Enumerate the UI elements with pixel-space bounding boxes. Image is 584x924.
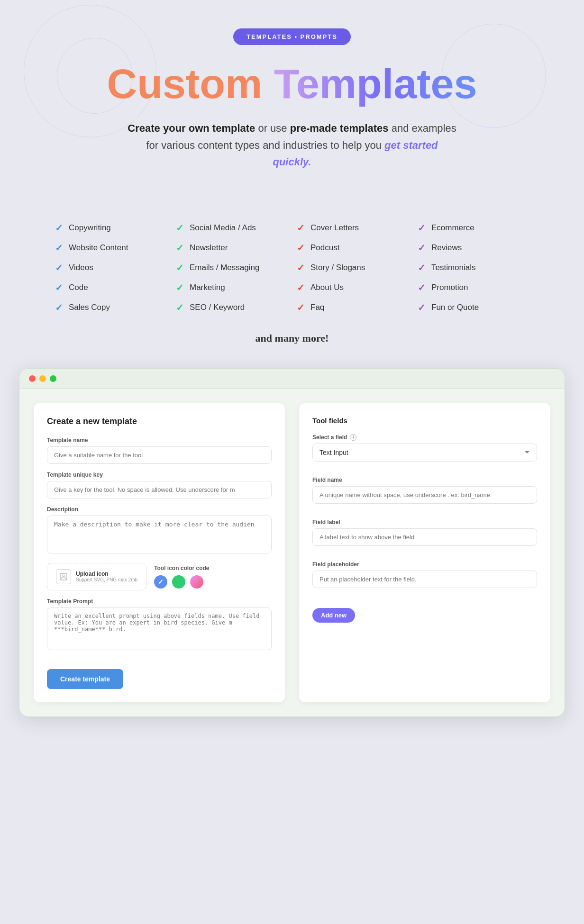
list-item: ✓ Newsletter: [176, 242, 287, 254]
feature-label: Ecommerce: [431, 223, 474, 233]
checkmark-icon: ✓: [55, 262, 63, 273]
template-name-input[interactable]: [47, 446, 272, 464]
color-dot-blue[interactable]: [154, 575, 167, 589]
feature-label: SEO / Keyword: [190, 303, 245, 312]
checkmark-icon: ✓: [55, 282, 63, 293]
list-item: ✓ Copywriting: [55, 222, 166, 234]
feature-label: Videos: [69, 263, 93, 272]
checkmark-icon: ✓: [418, 302, 426, 313]
feature-label: Copywriting: [69, 223, 111, 233]
list-item: ✓ Marketing: [176, 282, 287, 293]
checkmark-icon: ✓: [418, 222, 426, 234]
title-word1: Custom: [107, 60, 263, 107]
upload-text-group: Upload icon Support SVG, PNG max 2mb: [76, 571, 137, 582]
window-close-dot[interactable]: [29, 375, 36, 382]
color-label: Tool icon color code: [154, 565, 272, 571]
checkmark-icon: ✓: [418, 282, 426, 293]
checkmark-icon: ✓: [297, 282, 305, 293]
description-label: Description: [47, 506, 272, 513]
create-template-button[interactable]: Create template: [47, 669, 123, 689]
subtitle-part1: Create your own template: [128, 122, 255, 134]
subtitle-part2: or use: [255, 122, 290, 134]
feature-label: Faq: [310, 303, 324, 312]
badge: TEMPLATES • PROMPTS: [233, 28, 351, 45]
list-item: ✓ Fun or Quote: [418, 302, 529, 313]
list-item: ✓ Reviews: [418, 242, 529, 254]
upload-icon-subtext: Support SVG, PNG max 2mb: [76, 577, 137, 582]
and-more-text: and many more!: [0, 332, 584, 344]
list-item: ✓ About Us: [297, 282, 408, 293]
checkmark-icon: ✓: [55, 242, 63, 254]
list-item: ✓ Podcust: [297, 242, 408, 254]
feature-label: Fun or Quote: [431, 303, 479, 312]
select-field-label: Select a field i: [312, 434, 537, 441]
checkmark-icon: ✓: [418, 262, 426, 273]
field-name-group: Field name: [312, 477, 537, 511]
template-key-label: Template unique key: [47, 471, 272, 478]
field-name-input[interactable]: [312, 486, 537, 504]
description-textarea[interactable]: [47, 516, 272, 553]
template-prompt-textarea[interactable]: [47, 607, 272, 650]
template-key-group: Template unique key: [47, 471, 272, 498]
create-template-form: Create a new template Template name Temp…: [34, 403, 285, 702]
color-dots: [154, 575, 272, 589]
window-titlebar: [19, 369, 565, 389]
upload-icon-label: Upload icon: [76, 571, 137, 577]
checkmark-icon: ✓: [55, 302, 63, 313]
feature-label: Cover Letters: [310, 223, 359, 233]
color-dot-pink[interactable]: [190, 575, 203, 589]
feature-label: Newsletter: [190, 243, 228, 253]
checkmark-icon: ✓: [297, 302, 305, 313]
template-prompt-label: Template Prompt: [47, 598, 272, 605]
feature-label: Promotion: [431, 283, 468, 292]
subtitle: Create your own template or use pre-made…: [126, 120, 458, 170]
checkmark-icon: ✓: [297, 262, 305, 273]
list-item: ✓ Testimonials: [418, 262, 529, 273]
list-item: ✓ Faq: [297, 302, 408, 313]
window-minimize-dot[interactable]: [39, 375, 46, 382]
info-icon: i: [350, 434, 356, 441]
list-item: ✓ Story / Slogans: [297, 262, 408, 273]
feature-col-1: ✓ Copywriting ✓ Website Content ✓ Videos…: [50, 222, 171, 313]
list-item: ✓ Code: [55, 282, 166, 293]
list-item: ✓ SEO / Keyword: [176, 302, 287, 313]
list-item: ✓ Videos: [55, 262, 166, 273]
list-item: ✓ Website Content: [55, 242, 166, 254]
feature-label: Podcust: [310, 243, 339, 253]
template-name-group: Template name: [47, 437, 272, 464]
field-placeholder-label: Field placeholder: [312, 561, 537, 568]
icon-color-row: Upload icon Support SVG, PNG max 2mb Too…: [47, 563, 272, 590]
add-new-button[interactable]: Add new: [312, 608, 355, 623]
field-name-label: Field name: [312, 477, 537, 483]
svg-point-1: [63, 575, 64, 577]
checkmark-icon: ✓: [55, 222, 63, 234]
checkmark-icon: ✓: [176, 262, 184, 273]
checkmark-icon: ✓: [418, 242, 426, 254]
feature-label: Social Media / Ads: [190, 223, 256, 233]
template-prompt-group: Template Prompt: [47, 598, 272, 652]
color-section: Tool icon color code: [154, 565, 272, 589]
and-more-label: and many more!: [256, 332, 329, 344]
checkmark-icon: ✓: [176, 242, 184, 254]
template-key-input[interactable]: [47, 481, 272, 498]
color-dot-green[interactable]: [172, 575, 185, 589]
tool-fields-title: Tool fields: [312, 417, 537, 425]
field-label-label: Field label: [312, 519, 537, 525]
feature-label: Sales Copy: [69, 303, 110, 312]
icon-upload-box[interactable]: Upload icon Support SVG, PNG max 2mb: [47, 563, 146, 590]
list-item: ✓ Cover Letters: [297, 222, 408, 234]
checkmark-icon: ✓: [176, 302, 184, 313]
select-field-dropdown[interactable]: Text Input: [312, 444, 537, 462]
window-maximize-dot[interactable]: [50, 375, 56, 382]
feature-col-3: ✓ Cover Letters ✓ Podcust ✓ Story / Slog…: [292, 222, 413, 313]
list-item: ✓ Emails / Messaging: [176, 262, 287, 273]
description-group: Description: [47, 506, 272, 555]
feature-label: Emails / Messaging: [190, 263, 259, 272]
feature-label: Story / Slogans: [310, 263, 365, 272]
checkmark-icon: ✓: [297, 222, 305, 234]
feature-col-2: ✓ Social Media / Ads ✓ Newsletter ✓ Emai…: [171, 222, 292, 313]
list-item: ✓ Sales Copy: [55, 302, 166, 313]
feature-label: Testimonials: [431, 263, 476, 272]
field-placeholder-input[interactable]: [312, 571, 537, 588]
field-label-input[interactable]: [312, 528, 537, 546]
